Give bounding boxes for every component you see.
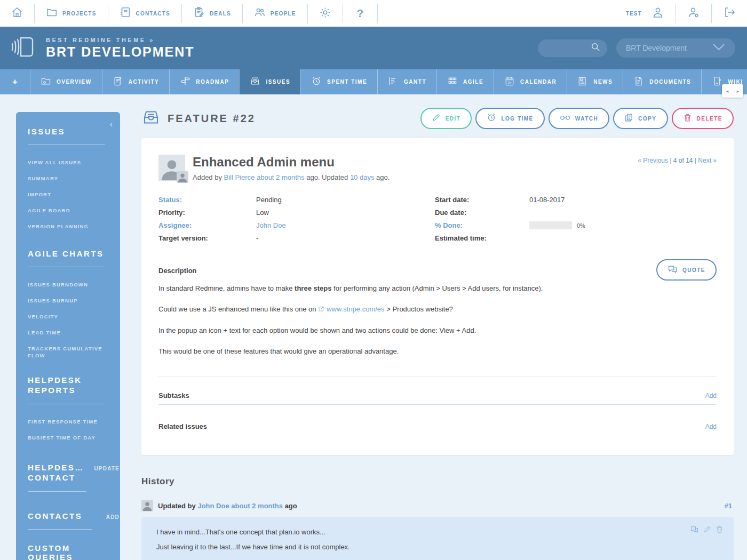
history-user-link[interactable]: John Doe about 2 months <box>197 502 283 510</box>
admin-user-button[interactable] <box>676 6 711 21</box>
edit-button[interactable]: EDIT <box>420 108 472 129</box>
alarm-clock-icon <box>487 113 496 124</box>
next-issue-link[interactable]: Next » <box>698 157 717 164</box>
tab-scroll-right-button[interactable]: ▸ <box>733 84 743 98</box>
description-paragraph: This would be one of these features that… <box>158 345 717 358</box>
copy-button[interactable]: COPY <box>613 108 667 129</box>
delete-button[interactable]: DELETE <box>672 108 734 129</box>
clipboard-icon <box>193 6 205 20</box>
tab-activity[interactable]: ACTIVITY <box>102 69 170 94</box>
tab-scroll-left-button[interactable]: ◂ <box>722 84 733 98</box>
add-subtask-link[interactable]: Add <box>705 392 717 399</box>
sidebar-item-view-all-issues[interactable]: VIEW ALL ISSUES <box>28 159 109 166</box>
help-icon: ? <box>357 7 363 19</box>
nav-contacts[interactable]: CONTACTS <box>108 6 181 20</box>
logout-button[interactable] <box>712 6 747 21</box>
history-entry-number[interactable]: #1 <box>725 502 732 510</box>
quote-icon <box>667 265 678 276</box>
tab-roadmap[interactable]: ROADMAP <box>169 69 239 94</box>
sidebar-item-issues-burnup[interactable]: ISSUES BURNUP <box>28 297 109 304</box>
start-date-label: Start date: <box>435 196 529 204</box>
address-book-icon <box>120 6 131 20</box>
sidebar-item-busiest-time-of-day[interactable]: BUSIEST TIME OF DAY <box>28 434 109 441</box>
comment-line: Just leaving it to the last...If we have… <box>156 543 719 551</box>
current-user-button[interactable]: TEST <box>615 6 676 21</box>
tab-spent-time[interactable]: SPENT TIME <box>300 69 377 94</box>
brt-logo <box>7 31 38 65</box>
project-tabs: + OVERVIEW ACTIVITY ROADMAP ISSUES SPENT… <box>0 69 747 94</box>
sidebar-item-lead-time[interactable]: LEAD TIME <box>28 329 109 336</box>
nav-deals[interactable]: DEALS <box>182 6 242 20</box>
sidebar-action-add[interactable]: ADD <box>106 514 120 520</box>
tab-documents[interactable]: DOCUMENTS <box>623 69 701 94</box>
previous-issue-link[interactable]: « Previous <box>638 157 668 164</box>
edit-icon[interactable] <box>703 525 711 535</box>
divider <box>28 267 105 267</box>
tab-overview[interactable]: OVERVIEW <box>30 69 102 94</box>
quote-icon[interactable] <box>690 525 699 535</box>
sidebar-item-import[interactable]: IMPORT <box>28 191 109 198</box>
subtasks-heading: Subtasks <box>158 391 189 399</box>
percent-done-label[interactable]: % Done: <box>435 221 529 229</box>
theme-tagline: BEST REDMINE THEME » <box>46 37 195 43</box>
log-time-button[interactable]: LOG TIME <box>475 108 544 129</box>
user-icon <box>651 6 664 21</box>
search-input[interactable] <box>542 44 590 52</box>
status-value: Pending <box>256 196 435 204</box>
sidebar-item-version-planning[interactable]: VERSION PLANNING <box>28 223 109 230</box>
author-link[interactable]: Bill Pierce about 2 months <box>224 173 305 181</box>
chevron-down-icon <box>712 43 726 53</box>
home-button[interactable] <box>0 6 34 20</box>
sidebar-item-first-response-time[interactable]: FIRST RESPONSE TIME <box>28 418 109 425</box>
news-icon <box>577 76 588 89</box>
sidebar-item-trackers-cumulative-flow[interactable]: TRACKERS CUMULATIVE FLOW <box>28 345 109 359</box>
help-button[interactable]: ? <box>343 7 377 20</box>
issue-title: Enhanced Admin menu <box>193 155 390 170</box>
nav-people[interactable]: PEOPLE <box>243 6 307 20</box>
author-avatar <box>158 155 185 181</box>
target-version-value: - <box>256 234 435 242</box>
assignee-value-link[interactable]: John Doe <box>256 221 435 229</box>
issues-icon <box>250 76 260 89</box>
estimated-time-label: Estimated time: <box>435 234 529 242</box>
sidebar-collapse-icon[interactable]: ‹ <box>110 119 113 129</box>
subtasks-section: Subtasks Add <box>158 391 717 399</box>
sidebar-item-agile-board[interactable]: AGILE BOARD <box>28 207 109 214</box>
tab-news[interactable]: NEWS <box>567 69 623 94</box>
sidebar-section-helpdesk-reports: HELPDESK REPORTS <box>28 375 108 395</box>
user-gear-icon <box>687 6 700 21</box>
tab-gantt[interactable]: GANTT <box>377 69 436 94</box>
delete-icon[interactable] <box>716 525 724 535</box>
status-label[interactable]: Status: <box>158 196 256 204</box>
plus-icon: + <box>12 77 18 87</box>
nav-projects[interactable]: PROJECTS <box>35 6 108 20</box>
tab-agile[interactable]: AGILE <box>436 69 494 94</box>
related-issues-section: Related issues Add <box>158 422 717 430</box>
tab-calendar[interactable]: 24 CALENDAR <box>494 69 567 94</box>
sidebar-item-velocity[interactable]: VELOCITY <box>28 313 109 320</box>
commenter-avatar <box>141 500 153 511</box>
settings-button[interactable] <box>308 6 343 21</box>
project-selector[interactable]: BRT Development <box>616 38 735 58</box>
trash-icon <box>683 113 692 124</box>
history-comment-box: I have in mind...That's one concept that… <box>141 517 734 560</box>
comment-line: I have in mind...That's one concept that… <box>156 528 719 536</box>
sidebar-action-update[interactable]: UPDATE <box>94 466 120 471</box>
tab-issues[interactable]: ISSUES <box>239 69 300 94</box>
sidebar-section-helpdesk-contact: HELPDES… CONTACT <box>28 462 89 483</box>
watch-button[interactable]: WATCH <box>549 108 609 129</box>
tab-new[interactable]: + <box>0 69 30 94</box>
add-related-issue-link[interactable]: Add <box>705 423 717 430</box>
assignee-label[interactable]: Assignee: <box>158 221 256 229</box>
assignee-avatar <box>177 171 188 183</box>
roadmap-icon <box>180 76 190 89</box>
sidebar-item-summary[interactable]: SUMMARY <box>28 175 109 182</box>
nav-contacts-label: CONTACTS <box>136 11 170 17</box>
sidebar-item-issues-burndown[interactable]: ISSUES BURNDOWN <box>28 281 109 288</box>
updated-link[interactable]: 10 days <box>350 173 375 181</box>
search-box[interactable] <box>538 39 607 57</box>
stripe-link[interactable]: www.stripe.com/es <box>327 305 384 313</box>
divider <box>28 491 86 492</box>
quote-button[interactable]: QUOTE <box>656 259 717 281</box>
top-application-bar: PROJECTS CONTACTS DEALS PEOPLE ? TEST <box>0 0 747 27</box>
